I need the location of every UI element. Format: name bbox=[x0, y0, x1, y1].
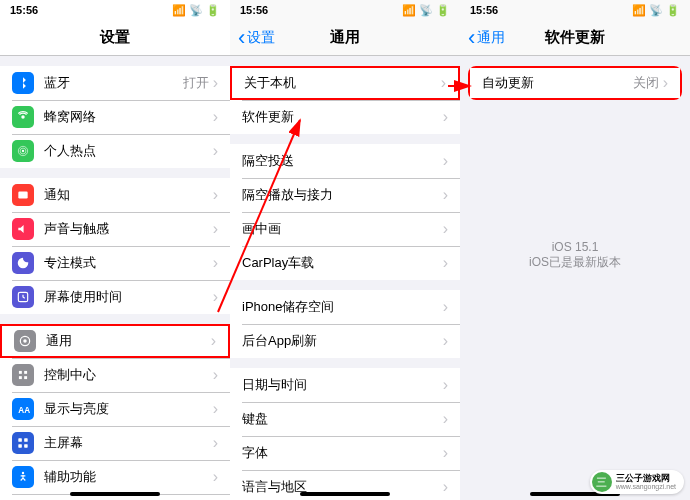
row-label: 自动更新 bbox=[482, 74, 633, 92]
settings-group: 蓝牙打开›蜂窝网络›个人热点› bbox=[0, 66, 230, 168]
chevron-icon: › bbox=[213, 186, 218, 204]
settings-row[interactable]: 隔空投送› bbox=[230, 144, 460, 178]
focus-icon bbox=[12, 252, 34, 274]
settings-list[interactable]: 蓝牙打开›蜂窝网络›个人热点›通知›声音与触感›专注模式›屏幕使用时间›通用›控… bbox=[0, 56, 230, 500]
settings-row[interactable]: 自动更新关闭› bbox=[468, 66, 682, 100]
page-title: 设置 bbox=[100, 28, 130, 47]
accessibility-icon bbox=[12, 466, 34, 488]
settings-row[interactable]: 控制中心› bbox=[0, 358, 230, 392]
settings-row[interactable]: CarPlay车载› bbox=[230, 246, 460, 280]
nav-bar: 设置 通用 bbox=[230, 20, 460, 56]
row-label: iPhone储存空间 bbox=[242, 298, 443, 316]
home-indicator[interactable] bbox=[70, 492, 160, 496]
chevron-icon: › bbox=[213, 142, 218, 160]
settings-screen: 15:56 📶 📡 🔋 设置 蓝牙打开›蜂窝网络›个人热点›通知›声音与触感›专… bbox=[0, 0, 230, 500]
battery-icon: 🔋 bbox=[436, 4, 450, 17]
svg-point-17 bbox=[22, 472, 24, 474]
row-label: 控制中心 bbox=[44, 366, 213, 384]
general-list[interactable]: 关于本机›软件更新›隔空投送›隔空播放与接力›画中画›CarPlay车载›iPh… bbox=[230, 56, 460, 500]
settings-group: 隔空投送›隔空播放与接力›画中画›CarPlay车载› bbox=[230, 144, 460, 280]
wifi-icon: 📡 bbox=[419, 4, 433, 17]
row-label: 专注模式 bbox=[44, 254, 213, 272]
settings-group: 关于本机›软件更新› bbox=[230, 66, 460, 134]
settings-row[interactable]: 专注模式› bbox=[0, 246, 230, 280]
row-label: 隔空投送 bbox=[242, 152, 443, 170]
chevron-icon: › bbox=[213, 400, 218, 418]
settings-row[interactable]: 后台App刷新› bbox=[230, 324, 460, 358]
chevron-icon: › bbox=[443, 444, 448, 462]
row-value: 打开 bbox=[183, 74, 209, 92]
settings-row[interactable]: 通用› bbox=[0, 324, 230, 358]
chevron-icon: › bbox=[443, 332, 448, 350]
settings-row[interactable]: 主屏幕› bbox=[0, 426, 230, 460]
settings-row[interactable]: 隔空播放与接力› bbox=[230, 178, 460, 212]
status-time: 15:56 bbox=[10, 4, 38, 16]
update-status: iOS 15.1 iOS已是最新版本 bbox=[460, 240, 690, 271]
chevron-icon: › bbox=[441, 74, 446, 92]
status-time: 15:56 bbox=[470, 4, 498, 16]
page-title: 软件更新 bbox=[545, 28, 605, 47]
ios-version: iOS 15.1 bbox=[460, 240, 690, 254]
wifi-icon: 📡 bbox=[189, 4, 203, 17]
chevron-icon: › bbox=[213, 288, 218, 306]
nav-bar: 设置 bbox=[0, 20, 230, 56]
update-list[interactable]: 自动更新关闭› bbox=[460, 56, 690, 110]
svg-rect-13 bbox=[18, 438, 22, 442]
row-label: 声音与触感 bbox=[44, 220, 213, 238]
signal-icon: 📶 bbox=[402, 4, 416, 17]
settings-group: iPhone储存空间›后台App刷新› bbox=[230, 290, 460, 358]
back-button[interactable]: 设置 bbox=[238, 25, 275, 51]
settings-row[interactable]: 键盘› bbox=[230, 402, 460, 436]
notification-icon bbox=[12, 184, 34, 206]
home-indicator[interactable] bbox=[300, 492, 390, 496]
chevron-icon: › bbox=[443, 376, 448, 394]
control-icon bbox=[12, 364, 34, 386]
status-bar: 15:56 📶 📡 🔋 bbox=[230, 0, 460, 20]
status-bar: 15:56 📶 📡 🔋 bbox=[0, 0, 230, 20]
settings-row[interactable]: iPhone储存空间› bbox=[230, 290, 460, 324]
row-label: 字体 bbox=[242, 444, 443, 462]
row-label: 日期与时间 bbox=[242, 376, 443, 394]
settings-row[interactable]: 日期与时间› bbox=[230, 368, 460, 402]
watermark-title: 三公子游戏网 bbox=[616, 474, 676, 483]
settings-row[interactable]: 声音与触感› bbox=[0, 212, 230, 246]
row-label: 隔空播放与接力 bbox=[242, 186, 443, 204]
chevron-icon: › bbox=[443, 108, 448, 126]
row-label: 蓝牙 bbox=[44, 74, 183, 92]
battery-icon: 🔋 bbox=[206, 4, 220, 17]
back-button[interactable]: 通用 bbox=[468, 25, 505, 51]
svg-point-7 bbox=[23, 339, 27, 343]
settings-row[interactable]: 屏幕使用时间› bbox=[0, 280, 230, 314]
cellular-icon bbox=[12, 106, 34, 128]
settings-row[interactable]: 字体› bbox=[230, 436, 460, 470]
settings-row[interactable]: 软件更新› bbox=[230, 100, 460, 134]
settings-row[interactable]: 关于本机› bbox=[230, 66, 460, 100]
row-label: 关于本机 bbox=[244, 74, 441, 92]
settings-row[interactable]: 画中画› bbox=[230, 212, 460, 246]
chevron-icon: › bbox=[213, 220, 218, 238]
svg-text:AA: AA bbox=[18, 406, 30, 415]
chevron-icon: › bbox=[443, 410, 448, 428]
settings-row[interactable]: 辅助功能› bbox=[0, 460, 230, 494]
row-label: 后台App刷新 bbox=[242, 332, 443, 350]
settings-row[interactable]: 个人热点› bbox=[0, 134, 230, 168]
chevron-icon: › bbox=[443, 220, 448, 238]
settings-row[interactable]: 通知› bbox=[0, 178, 230, 212]
general-screen: 15:56 📶 📡 🔋 设置 通用 关于本机›软件更新›隔空投送›隔空播放与接力… bbox=[230, 0, 460, 500]
settings-row[interactable]: 蜂窝网络› bbox=[0, 100, 230, 134]
settings-row[interactable]: AA显示与亮度› bbox=[0, 392, 230, 426]
svg-point-0 bbox=[21, 115, 25, 119]
row-label: 主屏幕 bbox=[44, 434, 213, 452]
settings-group: 通知›声音与触感›专注模式›屏幕使用时间› bbox=[0, 178, 230, 314]
nav-bar: 通用 软件更新 bbox=[460, 20, 690, 56]
row-value: 关闭 bbox=[633, 74, 659, 92]
row-label: 软件更新 bbox=[242, 108, 443, 126]
screentime-icon bbox=[12, 286, 34, 308]
row-label: 辅助功能 bbox=[44, 468, 213, 486]
signal-icon: 📶 bbox=[632, 4, 646, 17]
settings-group: 通用›控制中心›AA显示与亮度›主屏幕›辅助功能›墙纸›Siri与搜索› bbox=[0, 324, 230, 500]
row-label: 屏幕使用时间 bbox=[44, 288, 213, 306]
settings-row[interactable]: 蓝牙打开› bbox=[0, 66, 230, 100]
svg-rect-4 bbox=[18, 192, 27, 199]
battery-icon: 🔋 bbox=[666, 4, 680, 17]
